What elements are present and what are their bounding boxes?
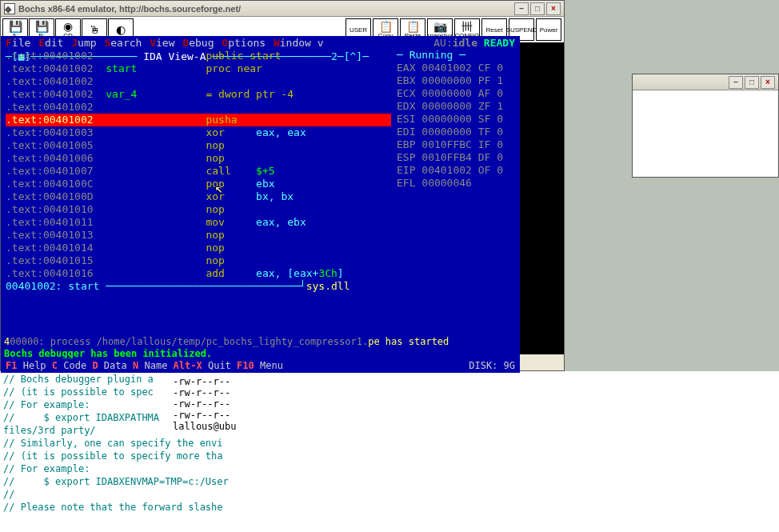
asm-line[interactable]: .text:00401010 nop [6, 203, 391, 216]
asm-line[interactable]: .text:00401011 mov eax, ebx [6, 216, 391, 229]
source-comments-pane: // Bochs debugger plugin a // (it is pos… [0, 371, 779, 532]
minimize-button[interactable]: – [514, 2, 529, 15]
ida-hotkey-bar: F1 Help C Code D Data N Name Alt-X Quit … [1, 358, 520, 373]
registers-panel[interactable]: ─ Running ─EAX 00401002 CF 0EBX 00000000… [397, 49, 517, 190]
asm-line[interactable]: .text:00401007 call $+5 [6, 165, 391, 178]
asm-line[interactable]: .text:00401002 pusha [6, 114, 391, 126]
asm-line[interactable]: .text:00401002 var_4 = dword ptr -4 [6, 88, 391, 101]
asm-line[interactable]: .text:00401015 nop [6, 254, 391, 267]
asm-line[interactable]: .text:0040100C pop ebx [6, 178, 391, 190]
asm-line[interactable]: .text:00401002 [6, 101, 391, 114]
asm-line[interactable]: .text:0040100D xor bx, bx [6, 190, 391, 203]
background-window: – □ × [632, 74, 779, 178]
close-button[interactable]: × [761, 76, 775, 89]
background-window-titlebar[interactable]: – □ × [633, 74, 778, 90]
asm-line[interactable]: .text:00401002 public start [6, 50, 391, 62]
power-button[interactable]: Power [536, 18, 561, 41]
asm-line[interactable]: .text:00401014 nop [6, 242, 391, 254]
bochs-titlebar[interactable]: ◆ Bochs x86-64 emulator, http://bochs.so… [1, 1, 564, 17]
asm-line[interactable]: .text:00401005 nop [6, 139, 391, 152]
bochs-app-icon: ◆ [4, 3, 15, 14]
asm-line[interactable]: .text:00401016 add eax, [eax+3Ch] [6, 267, 391, 280]
ida-log: 400000: process /home/lallous/temp/pc_bo… [4, 336, 517, 360]
close-button[interactable]: × [546, 2, 561, 15]
asm-line[interactable]: .text:00401002 [6, 75, 391, 88]
bochs-title-text: Bochs x86-64 emulator, http://bochs.sour… [18, 4, 241, 14]
minimize-button[interactable]: – [729, 76, 743, 89]
ida-tui[interactable]: File Edit Jump Search View Debug Options… [1, 36, 520, 373]
file-listing-fragment: -rw-r--r-- -rw-r--r-- -rw-r--r-- -rw-r--… [173, 376, 236, 432]
maximize-button[interactable]: □ [530, 2, 545, 15]
asm-line[interactable]: .text:00401002 start proc near [6, 62, 391, 75]
asm-line[interactable]: .text:00401013 nop [6, 229, 391, 242]
terminal-window: lallous@ubuntu: ~/dev/idaadv – □ × FileE… [0, 0, 521, 372]
maximize-button[interactable]: □ [745, 76, 759, 89]
asm-line[interactable]: .text:00401003 xor eax, eax [6, 126, 391, 139]
asm-line[interactable]: .text:00401006 nop [6, 152, 391, 165]
disassembly-view[interactable]: .text:00401002 public start.text:0040100… [6, 50, 391, 290]
